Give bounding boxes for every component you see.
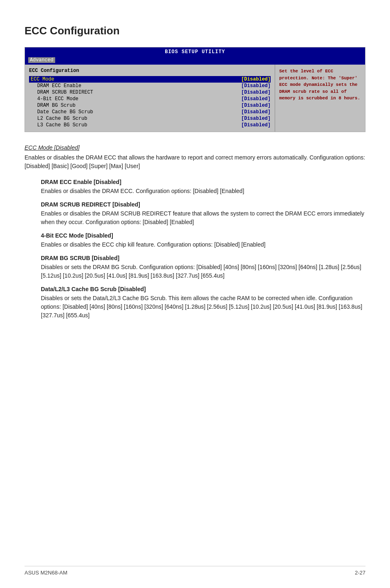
doc-ecc-mode-section: ECC Mode [Disabled] Enables or disables …	[25, 144, 365, 171]
bios-menu-item-value: [Disabled]	[241, 122, 271, 128]
footer-right: 2-27	[355, 570, 365, 576]
doc-four-bit-ecc-section: 4-Bit ECC Mode [Disabled] Enables or dis…	[41, 232, 365, 249]
bios-menu-item: DRAM SCRUB REDIRECT[Disabled]	[29, 89, 271, 96]
bios-menu-item-label: L3 Cache BG Scrub	[37, 122, 241, 128]
bios-menu-item-value: [Disabled]	[241, 109, 271, 115]
bios-menu: ECC Mode[Disabled]DRAM ECC Enable[Disabl…	[29, 76, 271, 128]
page-title: ECC Configuration	[25, 25, 365, 37]
bios-menu-item-value: [Disabled]	[241, 96, 271, 102]
doc-dram-ecc-enable-heading: DRAM ECC Enable [Disabled]	[41, 179, 365, 185]
bios-menu-item-value: [Disabled]	[241, 90, 271, 95]
bios-menu-item: DRAM BG Scrub[Disabled]	[29, 102, 271, 109]
bios-menu-item-value: [Disabled]	[241, 76, 271, 82]
bios-menu-item[interactable]: ECC Mode[Disabled]	[29, 76, 271, 83]
bios-left-panel: ECC Configuration ECC Mode[Disabled]DRAM…	[25, 65, 275, 132]
bios-menu-item: Date Cache BG Scrub[Disabled]	[29, 109, 271, 115]
bios-menu-item-label: L2 Cache BG Scrub	[37, 116, 241, 121]
doc-dram-scrub-redirect-section: DRAM SCRUB REDIRECT [Disabled] Enables o…	[41, 201, 365, 227]
bios-menu-item-label: ECC Mode	[31, 76, 241, 82]
bios-menu-item: 4-Bit ECC Mode[Disabled]	[29, 96, 271, 102]
doc-ecc-mode-body: Enables or disables the DRAM ECC that al…	[25, 153, 365, 171]
bios-menu-item: L2 Cache BG Scrub[Disabled]	[29, 115, 271, 122]
bios-menu-item-value: [Disabled]	[241, 103, 271, 108]
bios-menu-item-label: DRAM BG Scrub	[37, 103, 241, 108]
doc-data-cache-bg-scrub-body: Disables or sets the Data/L2/L3 Cache BG…	[41, 294, 365, 320]
doc-four-bit-ecc-heading: 4-Bit ECC Mode [Disabled]	[41, 232, 365, 239]
bios-section-title: ECC Configuration	[29, 68, 271, 74]
doc-data-cache-bg-scrub-heading: Data/L2/L3 Cache BG Scrub [Disabled]	[41, 286, 365, 292]
bios-menu-item: L3 Cache BG Scrub[Disabled]	[29, 122, 271, 128]
bios-ui-box: BIOS SETUP UTILITY Advanced ECC Configur…	[25, 47, 365, 132]
doc-data-cache-bg-scrub-section: Data/L2/L3 Cache BG Scrub [Disabled] Dis…	[41, 286, 365, 320]
doc-dram-scrub-redirect-heading: DRAM SCRUB REDIRECT [Disabled]	[41, 201, 365, 208]
doc-dram-ecc-enable-body: Enables or disables the DRAM ECC. Config…	[41, 187, 365, 195]
bios-menu-item-value: [Disabled]	[241, 116, 271, 121]
doc-dram-bg-scrub-heading: DRAM BG SCRUB [Disabled]	[41, 255, 365, 261]
doc-four-bit-ecc-body: Enables or disables the ECC chip kill fe…	[41, 240, 365, 249]
bios-menu-item-value: [Disabled]	[241, 83, 271, 89]
bios-help-panel: Set the level of ECC protection. Note: T…	[275, 65, 365, 132]
bios-menu-item: DRAM ECC Enable[Disabled]	[29, 83, 271, 89]
doc-ecc-mode-heading: ECC Mode [Disabled]	[25, 144, 365, 151]
bios-nav-advanced[interactable]: Advanced	[28, 57, 55, 63]
bios-menu-item-label: DRAM SCRUB REDIRECT	[37, 90, 241, 95]
bios-menu-item-label: DRAM ECC Enable	[37, 83, 241, 89]
bios-header: BIOS SETUP UTILITY	[25, 47, 365, 56]
doc-dram-bg-scrub-section: DRAM BG SCRUB [Disabled] Disables or set…	[41, 255, 365, 280]
footer-left: ASUS M2N68-AM	[25, 570, 67, 576]
page-footer: ASUS M2N68-AM 2-27	[25, 566, 365, 576]
bios-menu-item-label: 4-Bit ECC Mode	[37, 96, 241, 102]
doc-dram-ecc-enable-section: DRAM ECC Enable [Disabled] Enables or di…	[41, 179, 365, 195]
bios-body: ECC Configuration ECC Mode[Disabled]DRAM…	[25, 65, 365, 132]
doc-dram-bg-scrub-body: Disables or sets the DRAM BG Scrub. Conf…	[41, 263, 365, 280]
bios-nav: Advanced	[25, 56, 365, 65]
bios-menu-item-label: Date Cache BG Scrub	[37, 109, 241, 115]
doc-dram-scrub-redirect-body: Enables or disables the DRAM SCRUB REDIR…	[41, 209, 365, 227]
